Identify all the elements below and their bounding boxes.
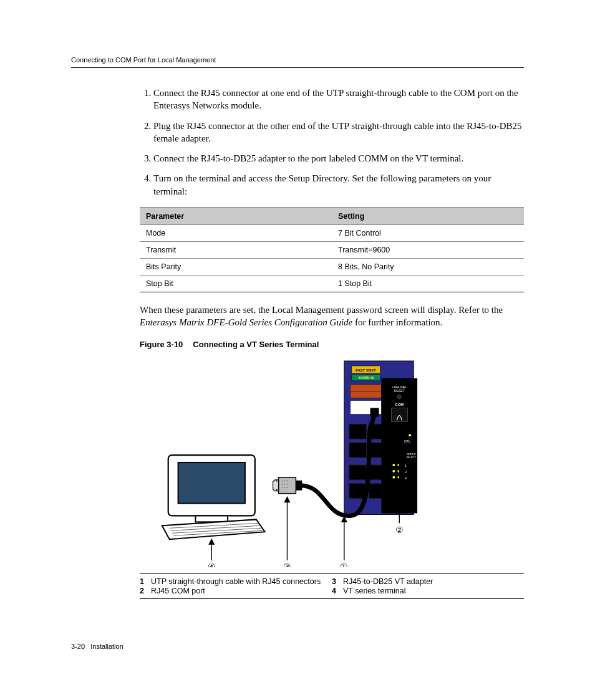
table-row: Mode 7 Bit Control bbox=[140, 224, 524, 241]
svg-point-41 bbox=[284, 484, 286, 485]
figure-illustration: FAST ENET 4H4285-49 bbox=[140, 355, 524, 567]
svg-point-18 bbox=[397, 395, 401, 399]
callout-1: ① bbox=[340, 562, 348, 567]
figure-legend: 1 UTP straight-through cable with RJ45 c… bbox=[140, 573, 524, 599]
svg-rect-6 bbox=[349, 424, 367, 439]
para-text-italic: Enterasys Matrix DFE-Gold Series Configu… bbox=[140, 317, 352, 327]
svg-point-40 bbox=[282, 484, 283, 485]
figure-title: Connecting a VT Series Terminal bbox=[193, 340, 319, 349]
table-row: Bits Parity 8 Bits, No Parity bbox=[140, 258, 524, 275]
table-header-setting: Setting bbox=[332, 208, 524, 224]
svg-point-20 bbox=[409, 434, 411, 437]
svg-text:RESET: RESET bbox=[394, 390, 405, 393]
label-offline-reset: OFFLINE/ bbox=[392, 386, 407, 389]
step-item: Plug the RJ45 connector at the other end… bbox=[153, 120, 524, 145]
svg-point-37 bbox=[282, 481, 283, 482]
svg-text:SELECT: SELECT bbox=[406, 456, 416, 459]
post-table-paragraph: When these parameters are set, the Local… bbox=[140, 304, 524, 329]
footer-page: 3-20 bbox=[71, 643, 85, 650]
svg-point-38 bbox=[284, 481, 286, 482]
step-item: Turn on the terminal and access the Setu… bbox=[153, 172, 524, 198]
legend-text: RJ45-to-DB25 VT adapter bbox=[343, 577, 433, 586]
legend-text: RJ45 COM port bbox=[151, 587, 205, 595]
callout-4: ④ bbox=[208, 562, 216, 567]
figure-caption: Figure 3-10Connecting a VT Series Termin… bbox=[140, 340, 524, 349]
svg-rect-29 bbox=[195, 516, 228, 522]
step-item: Connect the RJ45-to-DB25 adapter to the … bbox=[153, 152, 524, 165]
step-item: Connect the RJ45 connector at one end of… bbox=[153, 87, 524, 112]
diagram-svg: FAST ENET 4H4285-49 bbox=[140, 355, 524, 567]
footer-section: Installation bbox=[90, 643, 123, 650]
legend-num: 1 bbox=[140, 577, 151, 586]
svg-point-24 bbox=[392, 470, 395, 472]
table-header-parameter: Parameter bbox=[140, 208, 332, 224]
step-list: Connect the RJ45 connector at one end of… bbox=[140, 87, 524, 198]
label-1: 1 bbox=[405, 464, 407, 467]
para-text-a: When these parameters are set, the Local… bbox=[140, 305, 503, 315]
cell-param: Stop Bit bbox=[140, 275, 332, 292]
svg-rect-28 bbox=[178, 463, 245, 504]
svg-point-43 bbox=[282, 487, 283, 488]
label-com: COM bbox=[395, 403, 404, 406]
cell-param: Mode bbox=[140, 224, 332, 241]
callout-2: ② bbox=[395, 526, 404, 535]
figure-number: Figure 3-10 bbox=[140, 340, 183, 349]
svg-rect-34 bbox=[279, 477, 296, 494]
svg-point-39 bbox=[287, 481, 288, 482]
svg-rect-9 bbox=[349, 443, 367, 458]
legend-text: UTP straight-through cable with RJ45 con… bbox=[151, 577, 321, 586]
svg-point-26 bbox=[392, 476, 395, 479]
svg-marker-49 bbox=[209, 539, 214, 544]
label-fast-enet: FAST ENET bbox=[356, 368, 376, 372]
db25-adapter-icon bbox=[273, 477, 302, 494]
para-text-b: for further information. bbox=[352, 317, 442, 327]
svg-point-45 bbox=[287, 487, 288, 488]
svg-rect-19 bbox=[391, 408, 407, 422]
legend-num: 4 bbox=[332, 587, 343, 595]
label-cpu: CPU bbox=[404, 440, 411, 443]
page-footer: 3-20 Installation bbox=[71, 643, 524, 650]
callout-3: ③ bbox=[283, 562, 291, 567]
cell-setting: 8 Bits, No Parity bbox=[332, 258, 524, 275]
cell-param: Transmit bbox=[140, 241, 332, 258]
legend-text: VT series terminal bbox=[343, 587, 406, 595]
svg-point-44 bbox=[284, 487, 286, 488]
cell-setting: Transmit=9600 bbox=[332, 241, 524, 258]
running-head: Connecting to COM Port for Local Managem… bbox=[71, 56, 524, 68]
label-model: 4H4285-49 bbox=[358, 376, 374, 380]
label-3: 3 bbox=[405, 477, 407, 480]
svg-point-36 bbox=[276, 489, 278, 491]
legend-num: 3 bbox=[332, 577, 343, 586]
cell-param: Bits Parity bbox=[140, 258, 332, 275]
vt-terminal-icon bbox=[162, 455, 265, 539]
table-row: Transmit Transmit=9600 bbox=[140, 241, 524, 258]
label-2: 2 bbox=[405, 471, 407, 474]
svg-point-42 bbox=[287, 484, 288, 485]
legend-num: 2 bbox=[140, 587, 151, 595]
svg-rect-47 bbox=[370, 408, 379, 417]
parameter-table: Parameter Setting Mode 7 Bit Control Tra… bbox=[140, 208, 524, 292]
svg-marker-51 bbox=[284, 497, 289, 502]
cell-setting: 7 Bit Control bbox=[332, 224, 524, 241]
cell-setting: 1 Stop Bit bbox=[332, 275, 524, 292]
svg-point-22 bbox=[392, 464, 395, 466]
table-row: Stop Bit 1 Stop Bit bbox=[140, 275, 524, 292]
svg-rect-12 bbox=[349, 465, 367, 480]
svg-point-35 bbox=[276, 481, 278, 482]
